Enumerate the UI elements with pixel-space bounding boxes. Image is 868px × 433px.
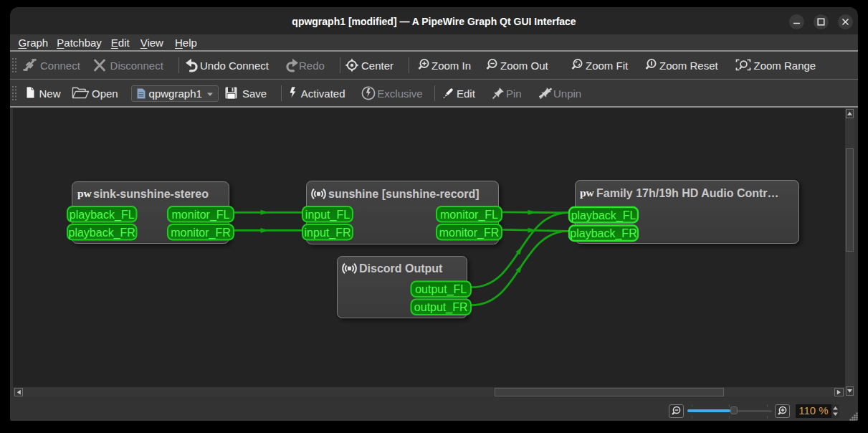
svg-text:sink-sunshine-stereo: sink-sunshine-stereo [93, 188, 209, 200]
svg-text:input_FL: input_FL [305, 209, 350, 222]
svg-text:playback_FR: playback_FR [69, 227, 135, 239]
svg-text:Family 17h/19h HD Audio Contr…: Family 17h/19h HD Audio Contr… [596, 187, 779, 199]
svg-text:input_FR: input_FR [305, 227, 351, 239]
svg-text:playback_FL: playback_FL [70, 209, 135, 222]
svg-text:pw: pw [77, 187, 92, 199]
svg-text:pw: pw [580, 186, 595, 199]
svg-text:output_FR: output_FR [414, 301, 468, 314]
svg-text:playback_FL: playback_FL [571, 209, 636, 222]
svg-text:playback_FR: playback_FR [570, 227, 636, 240]
svg-text:monitor_FL: monitor_FL [440, 209, 498, 222]
svg-text:monitor_FR: monitor_FR [171, 227, 231, 239]
svg-text:output_FL: output_FL [415, 283, 467, 296]
svg-text:Discord Output: Discord Output [359, 262, 443, 275]
svg-text:monitor_FR: monitor_FR [439, 227, 500, 239]
svg-text:monitor_FL: monitor_FL [172, 209, 230, 222]
svg-text:sunshine [sunshine-record]: sunshine [sunshine-record] [328, 188, 480, 200]
